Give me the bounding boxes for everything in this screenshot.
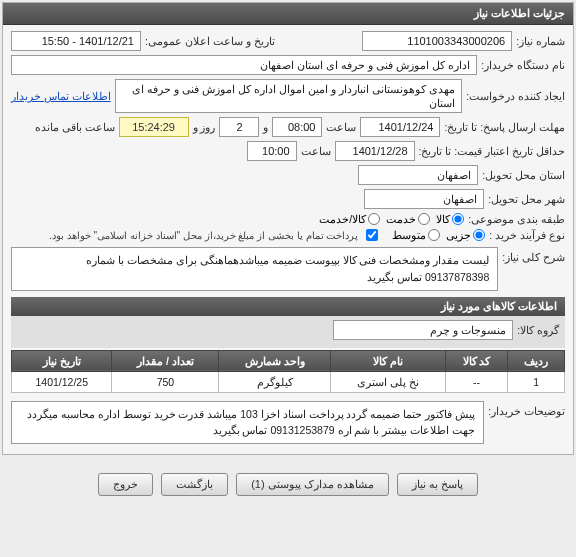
th-code: کد کالا	[445, 350, 508, 371]
valid-date: 1401/12/28	[335, 141, 415, 161]
th-name: نام کالا	[331, 350, 446, 371]
requester-label: ایجاد کننده درخواست:	[466, 90, 565, 102]
need-no-label: شماره نیاز:	[516, 35, 565, 47]
th-row: ردیف	[508, 350, 565, 371]
buyer-note-text: پیش فاکتور حتما ضمیمه گردد پرداخت اسناد …	[11, 401, 484, 445]
goods-section-title: اطلاعات کالاهای مورد نیاز	[11, 297, 565, 316]
buyer-label: نام دستگاه خریدار:	[481, 59, 565, 71]
announce-value: 1401/12/21 - 15:50	[11, 31, 141, 51]
days-after: روز و	[193, 121, 216, 133]
province-value: اصفهان	[358, 165, 478, 185]
payment-checkbox[interactable]	[366, 229, 378, 241]
city-label: شهر محل تحویل:	[488, 193, 565, 205]
buyer-value: اداره کل اموزش فنی و حرفه ای استان اصفها…	[11, 55, 477, 75]
radio-service[interactable]: خدمت	[386, 213, 430, 225]
table-row: 1 -- نخ پلی استری کیلوگرم 750 1401/12/25	[12, 371, 565, 392]
cell-date: 1401/12/25	[12, 371, 112, 392]
respond-button[interactable]: پاسخ به نیاز	[397, 473, 478, 496]
province-label: استان محل تحویل:	[482, 169, 565, 181]
goods-table: ردیف کد کالا نام کالا واحد شمارش تعداد /…	[11, 350, 565, 393]
exit-button[interactable]: خروج	[98, 473, 153, 496]
deadline-label: مهلت ارسال پاسخ: تا تاریخ:	[444, 121, 565, 133]
back-button[interactable]: بازگشت	[161, 473, 228, 496]
days-value: 2	[219, 117, 259, 137]
group-label: گروه کالا:	[517, 324, 559, 336]
radio-goods[interactable]: کالا	[436, 213, 464, 225]
th-qty: تعداد / مقدار	[112, 350, 219, 371]
deadline-date: 1401/12/24	[360, 117, 440, 137]
payment-note: پرداخت تمام یا بخشی از مبلغ خرید،از محل …	[49, 230, 358, 241]
purchase-type-label: نوع فرآیند خرید :	[489, 229, 565, 241]
announce-label: تاریخ و ساعت اعلان عمومی:	[145, 35, 275, 47]
time-label-2: ساعت	[301, 145, 331, 157]
desc-text: لیست مقدار ومشخصات فنی کالا بپیوست ضمیمه…	[11, 247, 498, 291]
remain-after: ساعت باقی مانده	[35, 121, 115, 133]
cell-unit: کیلوگرم	[219, 371, 331, 392]
cell-qty: 750	[112, 371, 219, 392]
city-value: اصفهان	[364, 189, 484, 209]
radio-both[interactable]: کالا/خدمت	[319, 213, 380, 225]
panel-title: جزئیات اطلاعات نیاز	[3, 3, 573, 25]
class-label: طبقه بندی موضوعی:	[468, 213, 565, 225]
group-value: منسوجات و چرم	[333, 320, 513, 340]
class-radio-group: کالا خدمت کالا/خدمت	[319, 213, 464, 225]
cell-code: --	[445, 371, 508, 392]
radio-medium[interactable]: متوسط	[392, 229, 440, 241]
valid-time: 10:00	[247, 141, 297, 161]
day-and: و	[263, 121, 268, 133]
contact-link[interactable]: اطلاعات تماس خریدار	[11, 90, 111, 102]
th-unit: واحد شمارش	[219, 350, 331, 371]
attachments-button[interactable]: مشاهده مدارک پیوستی (1)	[236, 473, 389, 496]
radio-small[interactable]: جزیی	[446, 229, 485, 241]
requester-value: مهدی کوهونستانی انباردار و امین اموال اد…	[115, 79, 462, 113]
desc-label: شرح کلی نیاز:	[502, 247, 565, 263]
valid-label: حداقل تاریخ اعتبار قیمت: تا تاریخ:	[419, 145, 565, 157]
buyer-note-label: توضیحات خریدار:	[488, 401, 565, 417]
cell-row: 1	[508, 371, 565, 392]
time-label-1: ساعت	[326, 121, 356, 133]
purchase-radio-group: جزیی متوسط	[392, 229, 485, 241]
deadline-time: 08:00	[272, 117, 322, 137]
cell-name: نخ پلی استری	[331, 371, 446, 392]
th-date: تاریخ نیاز	[12, 350, 112, 371]
need-no-value: 1101003343000206	[362, 31, 512, 51]
remain-value: 15:24:29	[119, 117, 189, 137]
footer-buttons: پاسخ به نیاز مشاهده مدارک پیوستی (1) باز…	[0, 467, 576, 502]
